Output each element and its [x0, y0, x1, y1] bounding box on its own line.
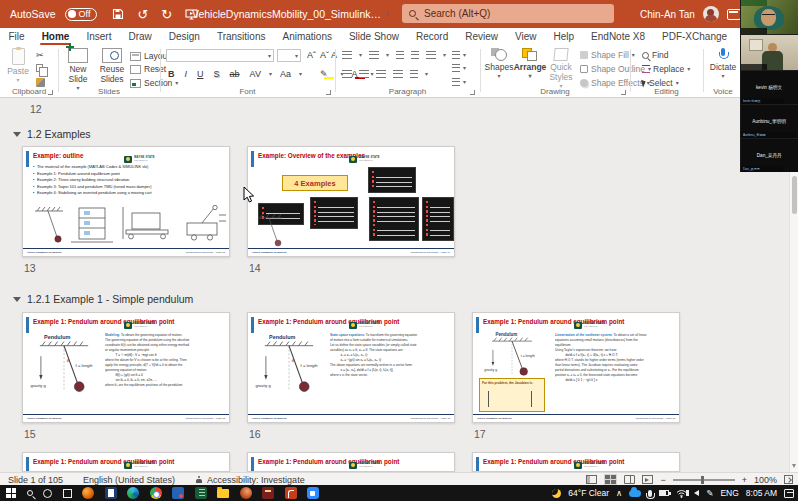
arrange-button[interactable]: Arrange▾ [515, 48, 545, 79]
battery-icon[interactable] [659, 490, 669, 496]
slide-sorter-view-button[interactable] [604, 474, 617, 485]
line-spacing-icon[interactable] [426, 51, 436, 59]
tab-review[interactable]: Review [457, 28, 507, 45]
decrease-indent-icon[interactable] [396, 51, 404, 59]
fit-slide-to-window-button[interactable] [784, 475, 793, 484]
powerpoint-icon[interactable] [285, 487, 297, 499]
tab-help[interactable]: Help [545, 28, 583, 45]
font-dialog-launcher-icon[interactable] [326, 90, 331, 95]
cortana-icon[interactable] [43, 489, 52, 498]
microphone-tray-icon[interactable] [648, 490, 652, 497]
align-left-icon[interactable] [342, 70, 352, 78]
find-button[interactable]: Find [642, 50, 669, 60]
file-explorer-icon[interactable] [217, 489, 229, 498]
tab-record[interactable]: Record [407, 28, 456, 45]
format-painter-button[interactable] [36, 78, 45, 87]
language-indicator[interactable]: ENG [720, 488, 738, 498]
excel-icon[interactable] [195, 487, 207, 499]
columns-icon[interactable] [410, 70, 418, 78]
text-direction-button[interactable]: ▾ [452, 51, 466, 59]
tab-file[interactable]: File [0, 28, 33, 45]
tab-home[interactable]: Home [33, 28, 78, 45]
speaker-icon[interactable] [694, 490, 699, 496]
task-view-icon[interactable] [63, 489, 72, 498]
shapes-button[interactable]: Shapes▾ [485, 48, 513, 79]
zoom-level[interactable]: 100% [754, 475, 777, 485]
font-size-combo[interactable]: ▾ [277, 49, 301, 62]
participant-video-tile[interactable]: kevin 杨明文 kevin 杨明文 [741, 71, 798, 105]
tab-endnote[interactable]: EndNote X8 [583, 28, 654, 45]
participant-video-tile[interactable]: Aunbinu_李明明 Aunbinu_李明明 [741, 105, 798, 139]
slide-thumbnail-18[interactable]: Example 1: Pendulum around equilibrium p… [22, 452, 230, 472]
save-icon[interactable] [112, 8, 124, 20]
increase-indent-icon[interactable] [411, 51, 419, 59]
bullets-icon[interactable] [342, 51, 352, 59]
clipboard-dialog-launcher-icon[interactable] [48, 90, 53, 95]
tab-pdf-xchange[interactable]: PDF-XChange [654, 28, 736, 45]
drawing-dialog-launcher-icon[interactable] [621, 90, 626, 95]
scrollbar-thumb[interactable] [792, 176, 798, 214]
participant-video-tile[interactable]: Dan_吴丹丹 Dan_吴丹丹 [741, 139, 798, 172]
participant-video-tile[interactable] [741, 35, 798, 71]
weather-status[interactable]: 64°F Clear [568, 488, 609, 498]
font-name-combo[interactable]: ▾ [166, 49, 274, 62]
slide-thumbnail-19[interactable]: Example 1: Pendulum around equilibrium p… [247, 452, 455, 472]
search-input[interactable] [422, 7, 582, 20]
justify-icon[interactable] [393, 70, 403, 78]
undo-icon[interactable]: ↺ [137, 8, 148, 21]
grow-font-button[interactable]: Aˆ [305, 50, 318, 60]
participant-video-tile[interactable] [741, 0, 798, 35]
tab-design[interactable]: Design [160, 28, 208, 45]
text-shadow-button[interactable]: S [212, 69, 222, 79]
replace-button[interactable]: Replace▾ [642, 64, 690, 74]
new-slide-button[interactable]: New Slide▾ [62, 48, 94, 91]
slide-thumbnail-15[interactable]: Example 1: Pendulum around equilibrium p… [22, 312, 230, 423]
zoom-slider[interactable] [673, 479, 735, 481]
character-spacing-button[interactable]: AV [248, 69, 263, 79]
document-title[interactable]: VehicleDynamicsMobility_00_Simulink…▾ [205, 0, 375, 28]
clock[interactable]: 8:05 AM [746, 488, 777, 498]
account-name[interactable]: Chin-An Tan [640, 9, 695, 20]
normal-view-button[interactable] [586, 475, 597, 484]
edge-browser-icon[interactable] [127, 487, 139, 499]
strikethrough-button[interactable]: ab [228, 69, 242, 79]
zoom-app-icon[interactable] [307, 487, 319, 499]
action-center-icon[interactable] [784, 489, 794, 498]
accessibility-status[interactable]: Accessibility: Investigate [195, 475, 305, 485]
tab-draw[interactable]: Draw [120, 28, 160, 45]
slideshow-view-button[interactable] [642, 475, 653, 484]
reading-view-button[interactable] [624, 475, 635, 484]
avatar[interactable] [703, 6, 719, 22]
tab-insert[interactable]: Insert [78, 28, 120, 45]
scroll-down-arrow-icon[interactable] [792, 464, 796, 468]
language-status[interactable]: English (United States) [83, 475, 175, 485]
pen-tray-icon[interactable]: ✎ [706, 488, 713, 498]
align-right-icon[interactable] [376, 70, 386, 78]
slide-thumbnail-14[interactable]: Example: Overview of the examples WAYNE … [247, 146, 455, 257]
photos-app-icon[interactable] [172, 487, 184, 499]
paste-button[interactable]: Paste▾ [4, 48, 32, 83]
weather-moon-icon[interactable] [552, 489, 561, 498]
underline-button[interactable]: U [195, 69, 206, 79]
start-button[interactable] [6, 488, 16, 498]
search-box[interactable] [402, 4, 614, 23]
slide-number-12[interactable]: 12 [30, 103, 42, 115]
tab-slide-show[interactable]: Slide Show [340, 28, 407, 45]
firefox-icon[interactable] [82, 487, 94, 499]
app-icon-maroon[interactable] [262, 487, 274, 499]
slide-thumbnail-16[interactable]: Example 1: Pendulum around equilibrium p… [247, 312, 455, 423]
change-case-button[interactable]: Aa [278, 69, 293, 79]
zoom-in-button[interactable]: + [742, 475, 747, 485]
tab-animations[interactable]: Animations [274, 28, 340, 45]
section-header-example1[interactable]: 1.2.1 Example 1 - Simple pendulum [13, 293, 193, 305]
tab-view[interactable]: View [507, 28, 546, 45]
copy-button[interactable] [36, 64, 43, 72]
shape-outline-button[interactable]: Shape Outline▾ [580, 64, 651, 74]
tray-expand-icon[interactable]: ∧ [616, 488, 622, 498]
convert-smartart-button[interactable]: ▾ [452, 78, 466, 86]
tab-transitions[interactable]: Transitions [208, 28, 274, 45]
quick-styles-button[interactable]: Quick Styles▾ [547, 48, 575, 89]
redo-icon[interactable]: ↻ [161, 8, 172, 21]
taskbar-search-icon[interactable] [27, 490, 33, 496]
onedrive-icon[interactable] [629, 490, 641, 497]
